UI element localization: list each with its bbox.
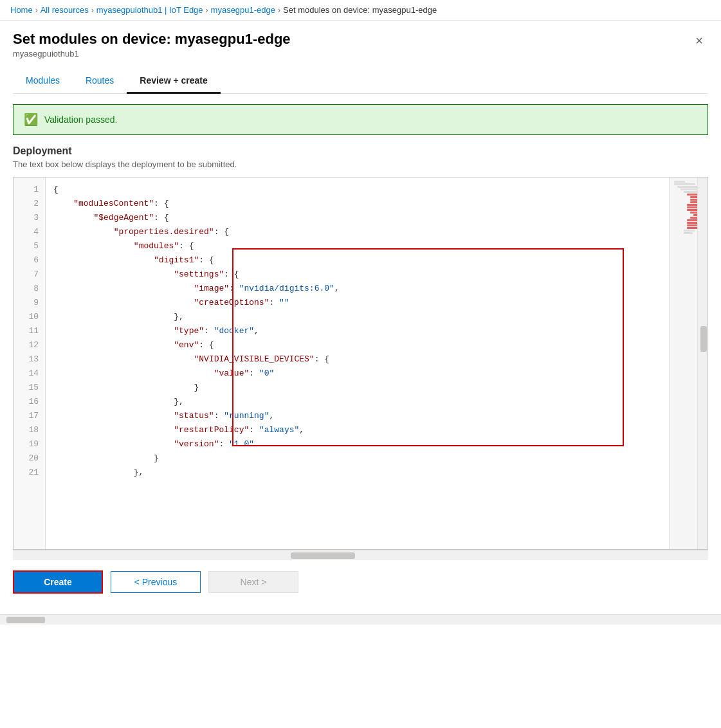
breadcrumb-all-resources[interactable]: All resources <box>41 5 89 15</box>
header-text-block: Set modules on device: myasegpu1-edge my… <box>13 31 291 59</box>
line-num-8: 8 <box>14 282 45 296</box>
page-header: Set modules on device: myasegpu1-edge my… <box>13 31 708 59</box>
code-line-10: }, <box>53 310 661 324</box>
line-num-9: 9 <box>14 296 45 310</box>
breadcrumb: Home › All resources › myasegpuiothub1 |… <box>0 0 721 21</box>
line-num-16: 16 <box>14 395 45 409</box>
line-num-12: 12 <box>14 338 45 352</box>
code-line-19: "version": "1.0" <box>53 437 661 451</box>
code-line-14: "value": "0" <box>53 367 661 381</box>
code-line-7: "settings": { <box>53 268 661 282</box>
code-editor[interactable]: 1 2 3 4 5 6 7 8 9 10 11 12 13 14 15 16 1… <box>13 177 708 550</box>
code-line-11: "type": "docker", <box>53 324 661 338</box>
line-num-20: 20 <box>14 451 45 466</box>
minimap-line <box>674 181 685 183</box>
horizontal-scrollbar[interactable] <box>13 550 708 560</box>
footer-buttons: Create < Previous Next > <box>13 560 708 604</box>
code-line-6: "digits1": { <box>53 253 661 268</box>
code-line-21: }, <box>53 466 661 480</box>
code-line-18: "restartPolicy": "always", <box>53 423 661 437</box>
close-button[interactable]: × <box>690 31 708 51</box>
code-line-3: "$edgeAgent": { <box>53 211 661 225</box>
line-num-5: 5 <box>14 239 45 253</box>
validation-text: Validation passed. <box>44 114 117 125</box>
line-num-1: 1 <box>14 183 45 197</box>
deployment-title: Deployment <box>13 145 708 157</box>
code-line-4: "properties.desired": { <box>53 225 661 239</box>
create-button[interactable]: Create <box>13 570 103 594</box>
code-line-12: "env": { <box>53 338 661 352</box>
minimap-line <box>684 232 693 234</box>
code-line-5: "modules": { <box>53 239 661 253</box>
line-num-3: 3 <box>14 211 45 225</box>
line-num-7: 7 <box>14 268 45 282</box>
tabs-container: Modules Routes Review + create <box>13 69 708 94</box>
validation-banner: ✅ Validation passed. <box>13 104 708 135</box>
minimap-line <box>674 183 695 185</box>
bottom-scroll-thumb <box>6 617 45 623</box>
code-line-16: }, <box>53 395 661 409</box>
deployment-section: Deployment The text box below displays t… <box>13 145 708 169</box>
breadcrumb-home[interactable]: Home <box>10 5 33 15</box>
h-scrollbar-thumb <box>291 552 355 559</box>
page-subtitle: myasegpuiothub1 <box>13 49 291 59</box>
code-line-8: "image": "nvidia/digits:6.0", <box>53 282 661 296</box>
breadcrumb-device[interactable]: myasegpu1-edge <box>211 5 275 15</box>
line-num-21: 21 <box>14 466 45 480</box>
bottom-scrollbar[interactable] <box>0 614 721 624</box>
line-num-6: 6 <box>14 253 45 268</box>
line-num-18: 18 <box>14 423 45 437</box>
code-line-17: "status": "running", <box>53 409 661 423</box>
validation-icon: ✅ <box>24 113 38 127</box>
line-num-13: 13 <box>14 352 45 367</box>
line-num-4: 4 <box>14 225 45 239</box>
breadcrumb-sep-4: › <box>278 6 280 15</box>
main-container: Set modules on device: myasegpu1-edge my… <box>0 21 721 614</box>
line-num-2: 2 <box>14 197 45 211</box>
previous-button[interactable]: < Previous <box>111 571 201 593</box>
line-num-11: 11 <box>14 324 45 338</box>
breadcrumb-current: Set modules on device: myasegpu1-edge <box>283 5 437 15</box>
code-line-15: } <box>53 381 661 395</box>
deployment-description: The text box below displays the deployme… <box>13 159 708 169</box>
code-line-9: "createOptions": "" <box>53 296 661 310</box>
line-num-19: 19 <box>14 437 45 451</box>
breadcrumb-sep-3: › <box>206 6 208 15</box>
minimap <box>669 177 707 549</box>
line-num-14: 14 <box>14 367 45 381</box>
page-title: Set modules on device: myasegpu1-edge <box>13 31 291 48</box>
code-line-1: { <box>53 183 661 197</box>
line-num-17: 17 <box>14 409 45 423</box>
scrollbar-thumb <box>700 326 707 352</box>
code-content[interactable]: { "modulesContent": { "$edgeAgent": { "p… <box>46 177 669 549</box>
next-button: Next > <box>208 571 298 593</box>
code-line-2: "modulesContent": { <box>53 197 661 211</box>
minimap-line <box>684 230 695 232</box>
vertical-scrollbar[interactable] <box>697 177 707 549</box>
breadcrumb-sep-2: › <box>91 6 94 15</box>
code-line-13: "NVIDIA_VISIBLE_DEVICES": { <box>53 352 661 367</box>
tab-modules[interactable]: Modules <box>13 69 73 94</box>
code-line-20: } <box>53 451 661 466</box>
tab-routes[interactable]: Routes <box>73 69 127 94</box>
line-numbers: 1 2 3 4 5 6 7 8 9 10 11 12 13 14 15 16 1… <box>14 177 46 549</box>
tab-review-create[interactable]: Review + create <box>127 69 220 94</box>
line-num-10: 10 <box>14 310 45 324</box>
breadcrumb-sep-1: › <box>35 6 38 15</box>
breadcrumb-iot-edge[interactable]: myasegpuiothub1 | IoT Edge <box>96 5 203 15</box>
line-num-15: 15 <box>14 381 45 395</box>
